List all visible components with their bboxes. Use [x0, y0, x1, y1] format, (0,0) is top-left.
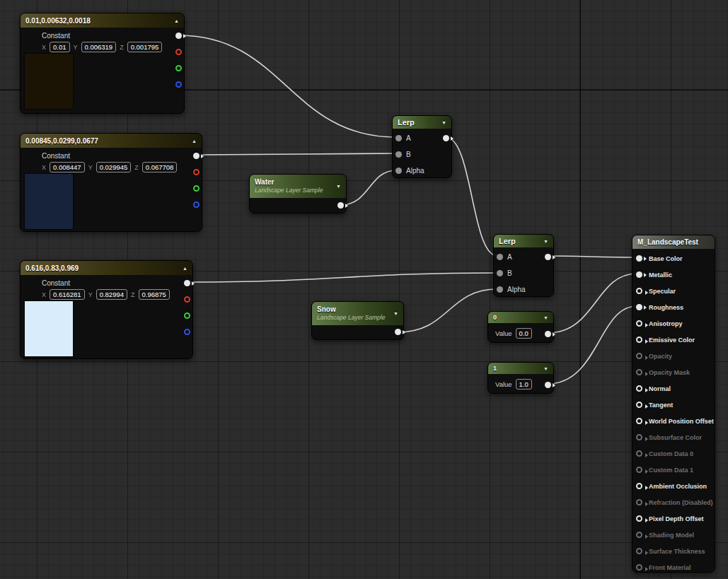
- scalar-constant-node-0[interactable]: 0 ▼ Value 0.0: [487, 311, 554, 343]
- collapse-chevron-up-icon[interactable]: ▲: [171, 18, 179, 23]
- collapse-chevron-up-icon[interactable]: ▲: [188, 139, 197, 144]
- output-pin-b[interactable]: [175, 81, 182, 88]
- node-header[interactable]: Lerp ▼: [494, 235, 553, 247]
- y-value-input[interactable]: 0.029945: [96, 162, 132, 172]
- wire-lerp2-to-basecolor[interactable]: [548, 256, 637, 257]
- node-header[interactable]: Lerp ▼: [393, 116, 451, 129]
- value-input[interactable]: 0.0: [516, 328, 532, 339]
- output-pin[interactable]: [443, 135, 449, 141]
- input-pin-b[interactable]: [497, 270, 503, 276]
- output-pin[interactable]: [337, 202, 344, 209]
- input-row-alpha[interactable]: Alpha: [494, 281, 553, 298]
- input-pin-alpha[interactable]: [497, 286, 503, 293]
- x-value-input[interactable]: 0.008447: [50, 162, 85, 172]
- expand-chevron-down-icon[interactable]: ▼: [333, 184, 341, 189]
- output-pin-rgb[interactable]: [184, 280, 190, 286]
- expand-chevron-down-icon[interactable]: ▼: [390, 311, 398, 316]
- pin-icon[interactable]: [636, 483, 642, 489]
- pin-icon[interactable]: [636, 288, 642, 294]
- color-preview[interactable]: [24, 173, 74, 230]
- output-pin-r[interactable]: [175, 49, 182, 55]
- output-pin-rgb[interactable]: [175, 33, 182, 39]
- node-header[interactable]: 0.01,0.00632,0.0018 ▲: [21, 13, 184, 28]
- pin-icon[interactable]: [636, 385, 642, 392]
- input-row-alpha[interactable]: Alpha: [393, 163, 451, 179]
- node-header[interactable]: 1 ▼: [488, 363, 553, 374]
- pin-icon[interactable]: [636, 337, 642, 343]
- constant3vector-node-3[interactable]: 0.616,0.83,0.969 ▲ Constant X 0.616281 Y…: [20, 260, 193, 359]
- output-pin[interactable]: [545, 254, 551, 260]
- pin-icon[interactable]: [636, 271, 642, 278]
- node-header[interactable]: Snow Landscape Layer Sample ▼: [312, 302, 403, 325]
- collapse-chevron-up-icon[interactable]: ▲: [179, 266, 187, 271]
- node-header[interactable]: 0.616,0.83,0.969 ▲: [21, 261, 192, 275]
- lerp-node-1[interactable]: Lerp ▼ A B Alpha: [392, 115, 452, 178]
- graph-canvas[interactable]: 0.01,0.00632,0.0018 ▲ Constant X 0.01 Y …: [0, 0, 728, 579]
- x-value-input[interactable]: 0.01: [50, 42, 70, 52]
- output-pin-r[interactable]: [193, 169, 200, 175]
- material-result-node[interactable]: M_LandscapeTest Base Color Metallic Spec…: [632, 235, 715, 573]
- pin-icon[interactable]: [636, 418, 642, 424]
- output-pin-g[interactable]: [184, 312, 190, 319]
- node-header[interactable]: M_LandscapeTest: [632, 235, 715, 249]
- expand-chevron-down-icon[interactable]: ▼: [540, 239, 548, 244]
- value-input[interactable]: 1.0: [516, 379, 532, 390]
- material-input-normal[interactable]: Normal: [632, 380, 715, 397]
- pin-icon[interactable]: [636, 402, 642, 408]
- constant3vector-node-2[interactable]: 0.00845,0.0299,0.0677 ▲ Constant X 0.008…: [20, 133, 202, 232]
- z-value-input[interactable]: 0.067708: [142, 162, 178, 172]
- color-preview[interactable]: [24, 300, 74, 357]
- y-value-input[interactable]: 0.006319: [81, 42, 117, 52]
- wire-snow-to-lerp2-alpha[interactable]: [398, 289, 497, 332]
- output-pin-rgb[interactable]: [193, 153, 200, 159]
- output-pin-g[interactable]: [175, 65, 182, 71]
- wire-scalar0-to-metallic[interactable]: [548, 274, 637, 333]
- material-input-specular[interactable]: Specular: [632, 283, 715, 299]
- input-pin-a[interactable]: [497, 254, 503, 260]
- output-pin-b[interactable]: [193, 201, 200, 208]
- output-pin[interactable]: [545, 331, 551, 337]
- x-value-input[interactable]: 0.616281: [50, 289, 85, 300]
- material-input-emissive-color[interactable]: Emissive Color: [632, 332, 715, 348]
- output-pin-b[interactable]: [184, 329, 190, 335]
- material-input-anisotropy[interactable]: Anisotropy: [632, 315, 715, 332]
- wire-lerp1-to-lerp2-a[interactable]: [446, 137, 497, 256]
- input-row-b[interactable]: B: [494, 265, 553, 281]
- wire-water-to-lerp1-alpha[interactable]: [341, 170, 396, 205]
- z-value-input[interactable]: 0.001795: [127, 42, 163, 52]
- output-pin[interactable]: [545, 382, 551, 388]
- layer-sample-node-snow[interactable]: Snow Landscape Layer Sample ▼: [311, 301, 404, 340]
- material-input-base-color[interactable]: Base Color: [632, 250, 715, 267]
- z-value-input[interactable]: 0.96875: [139, 289, 170, 300]
- wire-const1-to-lerp1-a[interactable]: [179, 35, 396, 137]
- input-pin-a[interactable]: [395, 135, 402, 141]
- output-pin-g[interactable]: [193, 185, 200, 192]
- lerp-node-2[interactable]: Lerp ▼ A B Alpha: [493, 234, 554, 297]
- input-row-b[interactable]: B: [393, 146, 451, 163]
- wire-const3-to-lerp2-b[interactable]: [187, 273, 497, 282]
- material-input-metallic[interactable]: Metallic: [632, 267, 715, 283]
- constant3vector-node-1[interactable]: 0.01,0.00632,0.0018 ▲ Constant X 0.01 Y …: [20, 13, 185, 114]
- node-header[interactable]: 0 ▼: [488, 312, 553, 323]
- input-pin-alpha[interactable]: [395, 168, 402, 174]
- expand-chevron-down-icon[interactable]: ▼: [540, 366, 548, 371]
- output-pin[interactable]: [395, 329, 401, 335]
- color-preview[interactable]: [24, 53, 74, 110]
- wire-const2-to-lerp1-b[interactable]: [196, 153, 396, 155]
- pin-icon[interactable]: [636, 255, 642, 262]
- layer-sample-node-water[interactable]: Water Landscape Layer Sample ▼: [249, 174, 347, 214]
- output-pin-r[interactable]: [184, 296, 190, 303]
- material-input-ambient-occlusion[interactable]: Ambient Occlusion: [632, 478, 715, 494]
- material-input-tangent[interactable]: Tangent: [632, 397, 715, 413]
- material-input-pixel-depth-offset[interactable]: Pixel Depth Offset: [632, 510, 715, 527]
- pin-icon[interactable]: [636, 515, 642, 522]
- node-header[interactable]: Water Landscape Layer Sample ▼: [250, 175, 346, 198]
- node-header[interactable]: 0.00845,0.0299,0.0677 ▲: [21, 134, 202, 148]
- expand-chevron-down-icon[interactable]: ▼: [540, 315, 548, 320]
- wire-scalar1-to-roughness[interactable]: [548, 306, 637, 384]
- material-input-roughness[interactable]: Roughness: [632, 299, 715, 315]
- input-pin-b[interactable]: [395, 151, 402, 158]
- pin-icon[interactable]: [636, 320, 642, 327]
- y-value-input[interactable]: 0.82994: [96, 289, 127, 300]
- expand-chevron-down-icon[interactable]: ▼: [438, 120, 446, 125]
